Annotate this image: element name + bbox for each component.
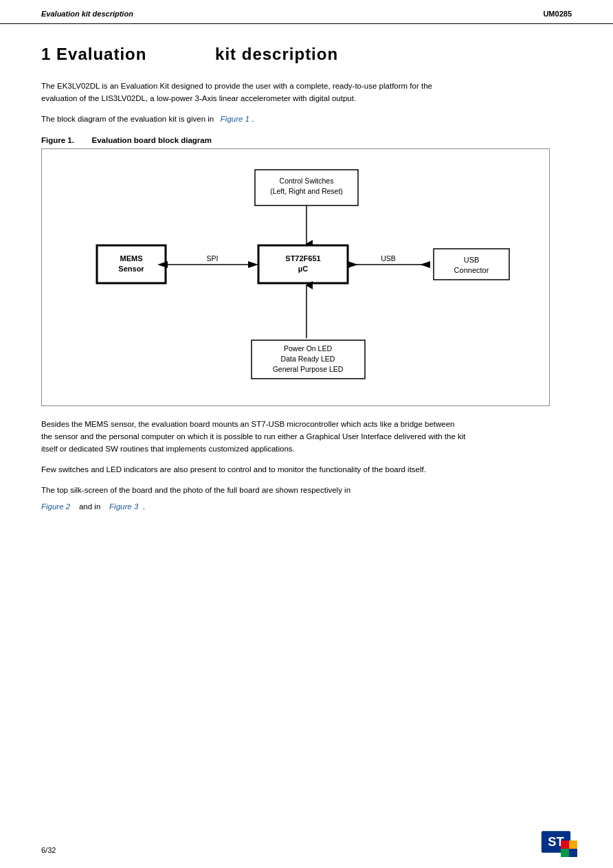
footer: 6/32 ST — [0, 830, 613, 854]
svg-marker-17 — [420, 261, 430, 268]
svg-text:General Purpose LED: General Purpose LED — [273, 365, 344, 373]
svg-marker-16 — [348, 261, 358, 268]
paragraph-3: Besides the MEMS sensor, the evaluation … — [41, 419, 467, 455]
content-area: 1 Evaluation kit description The EK3LV02… — [0, 24, 613, 548]
svg-text:Sensor: Sensor — [118, 265, 144, 273]
header-right-text: UM0285 — [543, 10, 572, 18]
blue-square — [569, 849, 577, 857]
svg-text:Control Switches: Control Switches — [280, 177, 334, 185]
header: Evaluation kit description UM0285 — [0, 0, 613, 24]
orange-square — [569, 841, 577, 849]
figure1-link[interactable]: Figure 1 — [221, 115, 249, 123]
svg-text:ST72F651: ST72F651 — [285, 254, 320, 263]
color-squares — [561, 841, 577, 857]
paragraph-2: The block diagram of the evaluation kit … — [41, 113, 454, 126]
figure-label: Figure 1. Evaluation board block diagram — [41, 136, 572, 144]
svg-text:(Left, Right and Reset): (Left, Right and Reset) — [270, 187, 343, 195]
svg-text:Connector: Connector — [454, 266, 489, 274]
paragraph-4: Few switches and LED indicators are also… — [41, 464, 467, 476]
page-number: 6/32 — [41, 846, 56, 854]
block-diagram-svg: Control Switches (Left, Right and Reset)… — [56, 163, 537, 390]
header-left-text: Evaluation kit description — [41, 10, 133, 18]
p2-after-text: . — [252, 115, 254, 123]
svg-text:MEMS: MEMS — [120, 254, 143, 263]
paragraph-1: The EK3LV02DL is an Evaluation Kit desig… — [41, 80, 454, 105]
section-title: 1 Evaluation kit description — [41, 45, 572, 64]
section-title-left: Evaluation — [56, 45, 146, 63]
page: Evaluation kit description UM0285 1 Eval… — [0, 0, 613, 868]
svg-text:µC: µC — [298, 265, 308, 273]
green-square — [561, 849, 569, 857]
section-title-right: kit description — [215, 45, 338, 63]
svg-text:Data Ready LED: Data Ready LED — [281, 355, 335, 363]
paragraph-5-links: Figure 2 and in Figure 3 . — [41, 501, 454, 513]
svg-marker-10 — [248, 261, 258, 268]
red-square — [561, 841, 569, 849]
section-number: 1 — [41, 45, 51, 63]
svg-text:USB: USB — [381, 254, 396, 263]
and-in-text: and in — [79, 502, 100, 511]
p5-before-text: The top silk-screen of the board and the… — [41, 486, 350, 494]
paragraph-5: The top silk-screen of the board and the… — [41, 485, 467, 497]
svg-text:USB: USB — [464, 256, 480, 264]
svg-text:Power On LED: Power On LED — [284, 344, 332, 353]
figure3-link[interactable]: Figure 3 — [109, 502, 138, 511]
p2-before-text: The block diagram of the evaluation kit … — [41, 115, 214, 123]
svg-text:SPI: SPI — [207, 254, 219, 263]
diagram-container: Control Switches (Left, Right and Reset)… — [41, 148, 550, 406]
figure2-link[interactable]: Figure 2 — [41, 502, 70, 511]
svg-rect-18 — [434, 249, 509, 280]
